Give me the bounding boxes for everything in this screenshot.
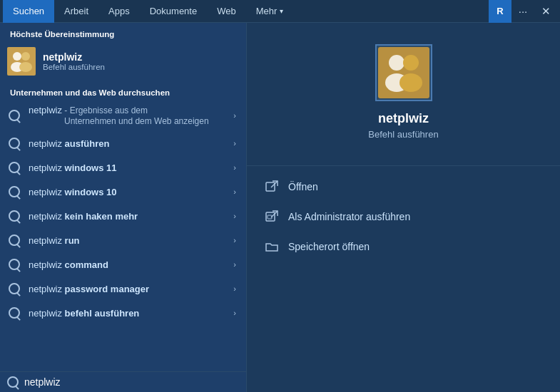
chevron-right-icon: › <box>233 284 236 293</box>
chevron-right-icon: › <box>233 163 236 172</box>
list-item[interactable]: netplwiz - Ergebnisse aus dem Unternehme… <box>0 100 246 131</box>
search-icon <box>7 306 21 320</box>
search-icon <box>7 233 21 247</box>
open-icon <box>264 179 280 195</box>
netplwiz-large-icon <box>378 47 429 98</box>
top-result-subtitle: Befehl ausführen <box>43 63 105 71</box>
list-item[interactable]: netplwiz command › <box>0 252 246 277</box>
tab-mehr[interactable]: Mehr ▾ <box>246 0 294 23</box>
result-text: netplwiz - Ergebnisse aus dem Unternehme… <box>29 105 230 126</box>
result-text: netplwiz befehl ausführen <box>29 308 230 319</box>
action-admin[interactable]: Als Administrator ausführen <box>254 202 553 232</box>
action-folder[interactable]: Speicherort öffnen <box>254 232 553 262</box>
search-bar <box>0 371 246 392</box>
top-result-text: netplwiz Befehl ausführen <box>43 51 105 71</box>
top-result-title: netplwiz <box>43 51 105 63</box>
result-text: netplwiz command <box>29 259 230 270</box>
main-layout: Höchste Übereinstimmung netplwiz Befehl … <box>0 23 560 392</box>
divider <box>247 165 560 166</box>
folder-icon <box>264 239 280 254</box>
search-icon <box>7 209 21 223</box>
list-item[interactable]: netplwiz run › <box>0 228 246 252</box>
svg-point-3 <box>21 52 30 61</box>
search-input[interactable] <box>24 376 239 388</box>
tab-apps[interactable]: Apps <box>98 0 140 23</box>
chevron-right-icon: › <box>233 111 236 120</box>
top-result-item[interactable]: netplwiz Befehl ausführen <box>0 43 246 83</box>
svg-point-9 <box>399 73 422 92</box>
mehr-chevron-icon: ▾ <box>280 7 283 15</box>
tab-web[interactable]: Web <box>207 0 246 23</box>
action-list: Öffnen Als Administrator ausführen <box>247 172 560 262</box>
result-text: netplwiz password manager <box>29 284 230 294</box>
search-icon <box>7 136 21 150</box>
svg-rect-0 <box>7 47 36 76</box>
search-icon <box>7 108 21 123</box>
top-result-app-icon <box>7 47 36 76</box>
app-subtitle: Befehl ausführen <box>368 129 438 140</box>
left-panel: Höchste Übereinstimmung netplwiz Befehl … <box>0 23 246 392</box>
app-detail-header: netplwiz Befehl ausführen <box>247 23 560 165</box>
web-section-label: Unternehmen und das Web durchsuchen <box>0 83 246 100</box>
result-text: netplwiz windows 10 <box>29 187 230 197</box>
tab-dokumente[interactable]: Dokumente <box>140 0 207 23</box>
chevron-right-icon: › <box>233 139 236 148</box>
app-title: netplwiz <box>378 111 429 126</box>
svg-point-4 <box>19 62 32 72</box>
tab-suchen[interactable]: Suchen <box>3 0 54 23</box>
list-item[interactable]: netplwiz ausführen › <box>0 131 246 155</box>
list-item[interactable]: netplwiz windows 11 › <box>0 155 246 180</box>
action-open[interactable]: Öffnen <box>254 172 553 202</box>
action-open-label: Öffnen <box>288 181 318 192</box>
result-text: netplwiz run <box>29 235 230 246</box>
chevron-right-icon: › <box>233 236 236 244</box>
netplwiz-icon <box>7 47 36 76</box>
top-nav: Suchen Arbeit Apps Dokumente Web Mehr ▾ … <box>0 0 560 23</box>
app-icon-large <box>375 44 432 101</box>
list-item[interactable]: netplwiz password manager › <box>0 277 246 301</box>
svg-point-6 <box>389 55 404 71</box>
search-icon <box>7 160 21 175</box>
svg-rect-5 <box>378 47 429 98</box>
search-icon <box>7 282 21 296</box>
search-bar-icon <box>7 376 19 388</box>
right-panel: netplwiz Befehl ausführen Öffnen <box>246 23 560 392</box>
action-admin-label: Als Administrator ausführen <box>288 211 410 222</box>
list-item[interactable]: netplwiz befehl ausführen › <box>0 301 246 325</box>
result-text: netplwiz windows 11 <box>29 163 230 173</box>
result-text: netplwiz kein haken mehr <box>29 211 230 222</box>
chevron-right-icon: › <box>233 187 236 196</box>
result-text: netplwiz ausführen <box>29 138 230 149</box>
list-item[interactable]: netplwiz windows 10 › <box>0 180 246 204</box>
more-options-button[interactable]: ··· <box>511 0 534 23</box>
chevron-right-icon: › <box>233 212 236 220</box>
list-item[interactable]: netplwiz kein haken mehr › <box>0 204 246 228</box>
svg-rect-10 <box>266 182 275 191</box>
svg-point-8 <box>403 55 419 71</box>
action-folder-label: Speicherort öffnen <box>288 241 370 252</box>
chevron-right-icon: › <box>233 260 236 269</box>
close-button[interactable]: ✕ <box>534 0 557 23</box>
user-button[interactable]: R <box>489 0 511 23</box>
tab-arbeit[interactable]: Arbeit <box>54 0 98 23</box>
admin-icon <box>264 209 280 225</box>
top-match-label: Höchste Übereinstimmung <box>0 23 246 43</box>
result-list: netplwiz - Ergebnisse aus dem Unternehme… <box>0 100 246 325</box>
svg-point-1 <box>13 52 21 61</box>
search-icon <box>7 257 21 272</box>
search-icon <box>7 185 21 199</box>
chevron-right-icon: › <box>233 309 236 317</box>
